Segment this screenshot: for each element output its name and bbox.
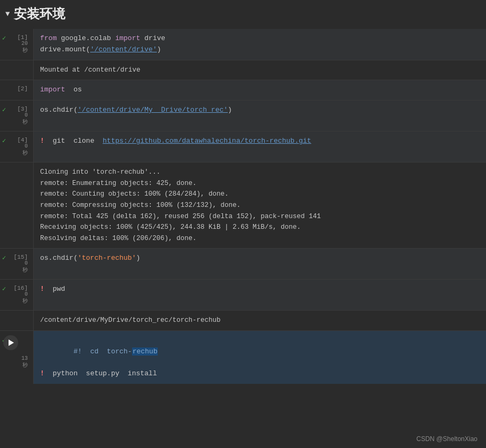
cell-2-line-1: import os <box>40 84 480 96</box>
cell-active-line-1: #! cd torch-rechub <box>40 335 480 368</box>
cell-3-time2: 秒 <box>22 118 30 126</box>
cell-1-line-1: from google.colab import drive <box>40 33 480 44</box>
output-line: remote: Enumerating objects: 425, done. <box>40 178 480 189</box>
cell-4-status: ✓ <box>2 137 6 145</box>
output-line: Receiving objects: 100% (425/425), 244.3… <box>40 222 480 233</box>
cell-1-time-unit: 秒 <box>22 47 30 54</box>
cell-4-line-1: ! git clone https://github.com/datawhale… <box>40 136 480 147</box>
cell-16-body[interactable]: ! pwd <box>33 280 486 310</box>
cell-1: ✓ [1] 20 秒 from google.colab import driv… <box>0 29 486 60</box>
output-line: Cloning into 'torch-rechub'... <box>40 167 480 178</box>
output-line: remote: Counting objects: 100% (284/284)… <box>40 189 480 200</box>
cell-1-gutter: ✓ [1] 20 秒 <box>0 29 33 60</box>
cell-4-body[interactable]: ! git clone https://github.com/datawhale… <box>33 132 486 162</box>
output-line: remote: Total 425 (delta 162), reused 25… <box>40 211 480 222</box>
cell-15-line-1: os.chdir('torch-rechub') <box>40 253 480 264</box>
kw-from: from <box>40 34 57 42</box>
page-title: 安装环境 <box>14 5 65 22</box>
cell-15-status: ✓ <box>2 254 6 262</box>
cell-16-time1: 0 <box>25 291 30 297</box>
output-line: /content/drive/MyDrive/torch_rec/torch-r… <box>40 315 480 326</box>
cell-3-gutter: ✓ [3] 0 秒 <box>0 101 33 131</box>
cell-15-body[interactable]: os.chdir('torch-rechub') <box>33 249 486 279</box>
cell-16: ✓ [16] 0 秒 ! pwd <box>0 280 486 311</box>
cell-4-gutter: ✓ [4] 0 秒 <box>0 132 33 162</box>
cell-active: ✓ 13 秒 #! cd torch-rechub ! python setup… <box>0 331 486 384</box>
cell-active-time1: 13 <box>21 356 30 361</box>
output-line: remote: Compressing objects: 100% (132/1… <box>40 200 480 211</box>
cell-4-output-body: Cloning into 'torch-rechub'... remote: E… <box>33 163 486 248</box>
cell-16-output: /content/drive/MyDrive/torch_rec/torch-r… <box>0 311 486 331</box>
cell-1-line-2: drive.mount('/content/drive') <box>40 44 480 56</box>
kw-import: import <box>40 86 65 94</box>
output-line: Mounted at /content/drive <box>40 65 480 76</box>
cell-active-body[interactable]: #! cd torch-rechub ! python setup.py ins… <box>33 331 486 384</box>
cell-16-number: [16] <box>14 285 30 291</box>
cell-3-number: [3] <box>17 106 30 112</box>
cell-16-time2: 秒 <box>22 297 30 305</box>
cell-1-body[interactable]: from google.colab import drive drive.mou… <box>33 29 486 60</box>
cell-16-output-gutter <box>0 311 33 330</box>
kw-import: import <box>115 34 140 42</box>
cell-active-time2: 秒 <box>22 361 30 369</box>
cell-2-number: [2] <box>17 86 30 92</box>
cell-16-output-body: /content/drive/MyDrive/torch_rec/torch-r… <box>33 311 486 330</box>
page-header: ▼ 安装环境 <box>0 0 486 29</box>
run-button[interactable] <box>3 335 18 350</box>
cell-15-time2: 秒 <box>22 266 30 274</box>
cell-4-time1: 0 <box>25 143 30 149</box>
cell-15: ✓ [15] 0 秒 os.chdir('torch-rechub') <box>0 249 486 280</box>
cell-1-output: Mounted at /content/drive <box>0 60 486 81</box>
cell-3-body[interactable]: os.chdir('/content/drive/My Drive/torch_… <box>33 101 486 131</box>
cell-2-body[interactable]: import os <box>33 80 486 100</box>
cell-16-status: ✓ <box>2 285 6 293</box>
cell-15-gutter: ✓ [15] 0 秒 <box>0 249 33 279</box>
watermark: CSDN @SheltonXiao <box>416 435 477 443</box>
cell-2: [2] import os <box>0 80 486 101</box>
page-container: ▼ 安装环境 ✓ [1] 20 秒 from google.colab impo… <box>0 0 486 384</box>
cell-active-gutter: ✓ 13 秒 <box>0 331 33 384</box>
cell-15-time1: 0 <box>25 260 30 266</box>
cell-1-time: 20 <box>21 41 30 47</box>
cell-3: ✓ [3] 0 秒 os.chdir('/content/drive/My Dr… <box>0 101 486 132</box>
cell-16-gutter: ✓ [16] 0 秒 <box>0 280 33 310</box>
cell-3-line-1: os.chdir('/content/drive/My Drive/torch_… <box>40 105 480 116</box>
output-line: Resolving deltas: 100% (206/206), done. <box>40 233 480 244</box>
cell-3-status: ✓ <box>2 106 6 114</box>
cell-4-number: [4] <box>17 137 30 143</box>
cell-4-time2: 秒 <box>22 149 30 157</box>
cell-1-output-gutter <box>0 60 33 80</box>
cell-active-line-2: ! python setup.py install <box>40 368 480 380</box>
cell-4-output-gutter <box>0 163 33 248</box>
cell-4-output: Cloning into 'torch-rechub'... remote: E… <box>0 163 486 249</box>
chevron-icon: ▼ <box>5 10 10 18</box>
run-icon <box>9 339 14 346</box>
cell-4: ✓ [4] 0 秒 ! git clone https://github.com… <box>0 132 486 163</box>
cell-1-output-body: Mounted at /content/drive <box>33 60 486 80</box>
cell-1-status: ✓ <box>2 34 6 42</box>
cell-2-gutter: [2] <box>0 80 33 100</box>
cell-1-number: [1] <box>17 34 30 41</box>
cell-15-number: [15] <box>14 254 30 260</box>
cell-3-time1: 0 <box>25 112 30 118</box>
cell-16-line-1: ! pwd <box>40 284 480 295</box>
